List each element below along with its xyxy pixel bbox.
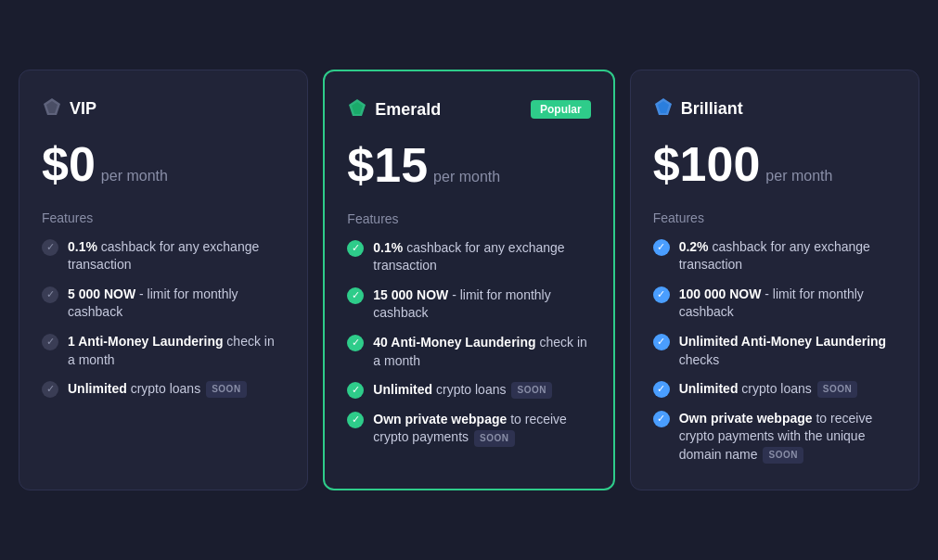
- pricing-container: VIP $0 per month Features ✓ 0.1% cashbac…: [19, 70, 919, 491]
- card-title-row: Brilliant: [653, 96, 743, 121]
- check-icon: ✓: [347, 240, 364, 257]
- check-icon: ✓: [653, 239, 670, 256]
- pricing-card-emerald: Emerald Popular $15 per month Features ✓…: [323, 70, 614, 491]
- feature-bold: 5 000 NOW: [68, 286, 135, 301]
- feature-item: ✓ Own private webpage to receive crypto …: [347, 411, 590, 447]
- feature-bold: Own private webpage: [679, 411, 813, 426]
- feature-bold: 0.1%: [373, 240, 403, 255]
- soon-badge: SOON: [206, 381, 246, 398]
- feature-bold: Unlimited: [68, 381, 127, 396]
- check-icon: ✓: [42, 239, 58, 256]
- feature-item: ✓ 100 000 NOW - limit for monthly cashba…: [653, 286, 896, 322]
- price-period: per month: [101, 168, 168, 185]
- features-label: Features: [653, 210, 896, 225]
- feature-bold: 40 Anti-Money Laundering: [373, 335, 535, 350]
- pricing-card-vip: VIP $0 per month Features ✓ 0.1% cashbac…: [19, 70, 308, 491]
- features-list: ✓ 0.2% cashback for any exchange transac…: [653, 238, 896, 465]
- soon-badge: SOON: [763, 447, 803, 464]
- card-title-row: Emerald: [347, 97, 441, 122]
- price-period: per month: [765, 168, 832, 185]
- vip-icon: [42, 96, 62, 121]
- feature-text: 100 000 NOW - limit for monthly cashback: [679, 286, 896, 322]
- feature-item: ✓ 15 000 NOW - limit for monthly cashbac…: [347, 286, 590, 323]
- popular-badge: Popular: [531, 100, 591, 119]
- feature-text: 0.1% cashback for any exchange transacti…: [68, 238, 285, 274]
- features-list: ✓ 0.1% cashback for any exchange transac…: [42, 238, 285, 399]
- price-row: $15 per month: [347, 137, 590, 193]
- plan-name: Brilliant: [681, 99, 743, 119]
- feature-text: 0.2% cashback for any exchange transacti…: [679, 238, 896, 274]
- soon-badge: SOON: [817, 381, 857, 398]
- feature-text: Unlimited crypto loansSOON: [679, 380, 858, 399]
- card-title-row: VIP: [42, 96, 96, 121]
- price-amount: $0: [42, 136, 96, 192]
- feature-text: Unlimited crypto loansSOON: [68, 380, 247, 399]
- check-icon: ✓: [42, 286, 58, 303]
- feature-text: Unlimited crypto loansSOON: [373, 381, 552, 400]
- feature-item: ✓ 1 Anti-Money Laundering check in a mon…: [42, 333, 285, 369]
- card-header: VIP: [42, 96, 285, 121]
- check-icon: ✓: [42, 334, 58, 350]
- feature-text: Own private webpage to receive crypto pa…: [679, 410, 896, 465]
- feature-bold: Unlimited Anti-Money Laundering: [679, 334, 886, 349]
- feature-bold: Own private webpage: [373, 412, 507, 426]
- feature-bold: Unlimited: [373, 382, 432, 397]
- feature-bold: Unlimited: [679, 381, 739, 396]
- feature-item: ✓ Unlimited crypto loansSOON: [653, 380, 896, 399]
- feature-bold: 0.1%: [68, 239, 97, 254]
- feature-text: Unlimited Anti-Money Laundering checks: [679, 333, 896, 369]
- check-icon: ✓: [653, 411, 670, 427]
- check-icon: ✓: [347, 335, 364, 351]
- feature-text: 1 Anti-Money Laundering check in a month: [68, 333, 285, 369]
- plan-name: Emerald: [375, 100, 441, 120]
- features-label: Features: [42, 210, 285, 225]
- emerald-icon: [347, 97, 367, 122]
- feature-item: ✓ Unlimited crypto loansSOON: [347, 381, 590, 400]
- soon-badge: SOON: [511, 382, 551, 399]
- feature-bold: 1 Anti-Money Laundering: [68, 334, 223, 349]
- pricing-card-brilliant: Brilliant $100 per month Features ✓ 0.2%…: [630, 70, 919, 491]
- feature-item: ✓ 5 000 NOW - limit for monthly cashback: [42, 286, 285, 322]
- price-row: $0 per month: [42, 136, 285, 192]
- card-header: Emerald Popular: [347, 97, 590, 122]
- price-amount: $100: [653, 136, 761, 192]
- feature-item: ✓ Unlimited Anti-Money Laundering checks: [653, 333, 896, 369]
- feature-item: ✓ Unlimited crypto loansSOON: [42, 380, 285, 399]
- feature-text: Own private webpage to receive crypto pa…: [373, 411, 590, 447]
- feature-bold: 0.2%: [679, 239, 709, 254]
- feature-item: ✓ 40 Anti-Money Laundering check in a mo…: [347, 334, 590, 370]
- price-period: per month: [433, 169, 500, 185]
- feature-item: ✓ 0.1% cashback for any exchange transac…: [42, 238, 285, 274]
- features-list: ✓ 0.1% cashback for any exchange transac…: [347, 239, 590, 447]
- feature-text: 0.1% cashback for any exchange transacti…: [373, 239, 590, 275]
- feature-text: 40 Anti-Money Laundering check in a mont…: [373, 334, 590, 370]
- brilliant-icon: [653, 96, 674, 121]
- feature-item: ✓ 0.2% cashback for any exchange transac…: [653, 238, 896, 274]
- feature-item: ✓ 0.1% cashback for any exchange transac…: [347, 239, 590, 275]
- price-amount: $15: [347, 137, 428, 193]
- card-header: Brilliant: [653, 96, 896, 121]
- feature-item: ✓ Own private webpage to receive crypto …: [653, 410, 896, 465]
- features-label: Features: [347, 211, 590, 226]
- soon-badge: SOON: [474, 430, 514, 447]
- price-row: $100 per month: [653, 136, 896, 192]
- feature-text: 5 000 NOW - limit for monthly cashback: [68, 286, 285, 322]
- feature-text: 15 000 NOW - limit for monthly cashback: [373, 286, 590, 323]
- feature-bold: 100 000 NOW: [679, 286, 762, 301]
- check-icon: ✓: [653, 381, 670, 398]
- plan-name: VIP: [70, 99, 96, 119]
- check-icon: ✓: [653, 286, 670, 303]
- check-icon: ✓: [42, 381, 58, 398]
- check-icon: ✓: [347, 287, 364, 304]
- check-icon: ✓: [653, 334, 670, 350]
- feature-bold: 15 000 NOW: [373, 287, 448, 302]
- check-icon: ✓: [347, 382, 364, 399]
- check-icon: ✓: [347, 412, 364, 428]
